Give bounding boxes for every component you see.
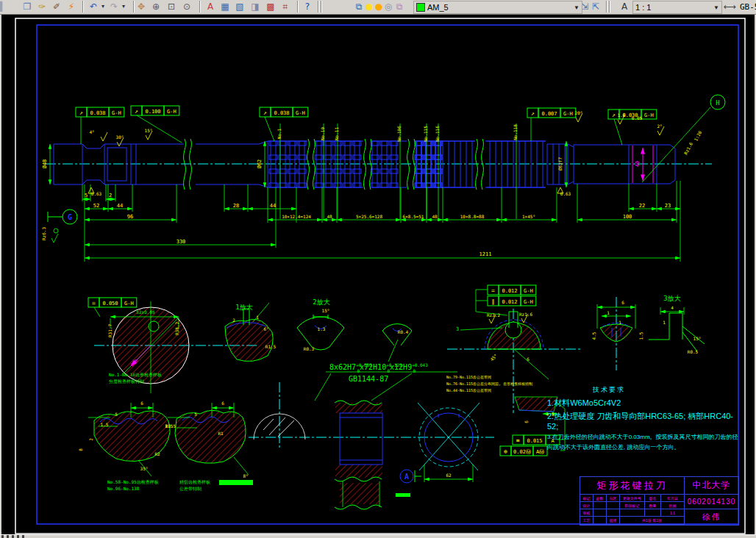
- dim-label: R0.3: [304, 346, 315, 351]
- title-block-cell: [593, 509, 607, 517]
- tooth-section-detail: [485, 312, 549, 379]
- tolerance-callout: ∥0.012G-H: [488, 296, 536, 306]
- calculator-icon[interactable]: ⌗: [279, 1, 292, 12]
- dim-label: No.10: [320, 127, 325, 140]
- dim-label: No.96-No.138: [107, 486, 140, 491]
- title-block-cell: 年月日: [661, 495, 685, 502]
- organization: 中北大学: [685, 477, 738, 495]
- dim-label: 52±0.05: [136, 309, 155, 315]
- spline-designation: 8x62H7+0.0300​x72H10+0.1200​x12H9+0.0430…: [329, 362, 428, 383]
- tooth-profile-detail-1: [88, 411, 170, 476]
- dim-label: 1: [618, 320, 621, 325]
- svg-text:G-H: G-H: [563, 111, 573, 117]
- title-block-cell: 比例: [661, 502, 685, 509]
- dim-label: 44: [117, 203, 123, 209]
- svg-text:G: G: [68, 213, 72, 221]
- format-painter-icon[interactable]: ✑: [35, 1, 49, 12]
- dim-label: 2°: [657, 123, 662, 129]
- dim-label: 1: [256, 315, 259, 320]
- dim-label: Ø62f7: [557, 157, 563, 171]
- svg-text:G-H: G-H: [124, 301, 134, 306]
- zoom-window-icon[interactable]: ⊡: [165, 1, 178, 12]
- pages-icon[interactable]: ⧉: [393, 1, 406, 12]
- pen-icon[interactable]: ✐: [50, 1, 63, 12]
- title-block-cell: 1:1: [661, 509, 685, 517]
- dimension-style-icon[interactable]: ⟷: [723, 1, 736, 12]
- layer-state-icon[interactable]: ⇱: [589, 1, 602, 12]
- svg-text:↗: ↗: [263, 110, 267, 116]
- redo-dropdown[interactable]: ▾: [120, 1, 127, 12]
- svg-text:0.012: 0.012: [502, 288, 517, 294]
- title-block-cell: 阶段标记: [620, 502, 645, 509]
- chevron-down-icon: ▼: [713, 4, 719, 11]
- dim-label: 5×25.6=128: [356, 214, 383, 219]
- svg-text:↗: ↗: [79, 110, 83, 116]
- dim-label: R0.4: [398, 329, 409, 334]
- dim-label: 2: [232, 318, 235, 323]
- title-block-cell: 审核: [580, 509, 593, 517]
- view-icon[interactable]: ◨: [249, 1, 262, 12]
- dim-label: 1×45°: [522, 214, 535, 219]
- title-block-cell: 共1张 第1张: [620, 517, 685, 525]
- svg-text:G-H: G-H: [112, 110, 121, 116]
- dim-label: 23: [665, 203, 671, 209]
- toolbar-separator: [199, 1, 201, 12]
- title-block-cell: [593, 517, 607, 525]
- dim-label: 6: [221, 401, 224, 406]
- toolbar-separator: [321, 1, 322, 12]
- clipped-icon[interactable]: ▌: [0, 1, 9, 12]
- status-strip: [0, 534, 756, 538]
- dim-label: Rz1.6: [682, 141, 693, 156]
- detail-view-3: [649, 313, 705, 351]
- title-block-cell: [620, 509, 645, 517]
- detail-view-label: 2放大: [313, 298, 329, 306]
- undo-icon[interactable]: ↶: [87, 1, 100, 12]
- svg-text:G-H: G-H: [644, 112, 654, 118]
- dim-label: 10×8.8=88: [460, 214, 485, 219]
- tolerance-callout: =0.050G-H: [88, 298, 137, 307]
- zoom-realtime-icon[interactable]: ⊕: [149, 1, 163, 12]
- dim-label: 96: [127, 214, 133, 220]
- layer-combo[interactable]: AM_5 ▼: [413, 1, 582, 14]
- dim-label: No.1: [277, 128, 282, 139]
- svg-text:0.007: 0.007: [541, 111, 557, 117]
- redo-icon[interactable]: ↷: [107, 1, 121, 12]
- scale-combo[interactable]: 1 : 1 ▼: [632, 1, 722, 14]
- dim-label: 5: [194, 412, 197, 417]
- edit-lightning-icon[interactable]: ⚡: [65, 1, 78, 12]
- dim-label: 48: [327, 214, 332, 219]
- pan-icon[interactable]: ✥: [135, 1, 148, 12]
- solid-fill-marks: [219, 480, 410, 497]
- dim-label: 公差带特制: [179, 486, 202, 492]
- detail-marker-h: H: [710, 95, 725, 110]
- text-style-edit-icon[interactable]: A: [618, 1, 631, 12]
- block-icon[interactable]: ▧: [233, 1, 246, 12]
- dim-label: 6°: [263, 326, 268, 331]
- toolbar-separator: [318, 1, 319, 12]
- tolerance-callout: ↗0.038G-H: [76, 107, 124, 117]
- dim-label: R38.2: [174, 322, 179, 335]
- help-icon[interactable]: ?: [301, 1, 314, 12]
- dim-label: Ø62: [257, 159, 263, 169]
- zoom-previous-icon[interactable]: ⊙: [180, 1, 193, 12]
- drawing-canvas[interactable]: G H A: [0, 0, 756, 538]
- dim-label: No.76-No.115齿公差分布同前, 齿形检查样板特制: [446, 381, 532, 387]
- copy-icon[interactable]: ❐: [21, 1, 34, 12]
- title-block-cell: 分区: [607, 495, 620, 502]
- svg-text:↗: ↗: [135, 108, 138, 115]
- dim-label: 15°: [322, 308, 330, 313]
- dim-label: 6×8.5=51: [403, 214, 424, 219]
- svg-text:0.012: 0.012: [502, 299, 517, 305]
- xref-icon[interactable]: ▩: [264, 1, 277, 12]
- undo-dropdown[interactable]: ▾: [99, 1, 107, 12]
- layer-dialog-icon[interactable]: ▦: [218, 1, 232, 12]
- tolerance-callout: ↗0.038G-H: [260, 107, 308, 117]
- title-block-cell: 标记: [580, 495, 593, 502]
- text-style-icon[interactable]: A: [204, 1, 217, 12]
- dim-label: R31.7: [107, 324, 113, 337]
- dim-label: Rz1.6: [519, 312, 532, 317]
- toolbar-separator: [606, 1, 607, 12]
- layer-color-swatch: [416, 3, 425, 12]
- dim-label: 62: [446, 473, 452, 478]
- title-block-cell: 批准: [607, 517, 620, 525]
